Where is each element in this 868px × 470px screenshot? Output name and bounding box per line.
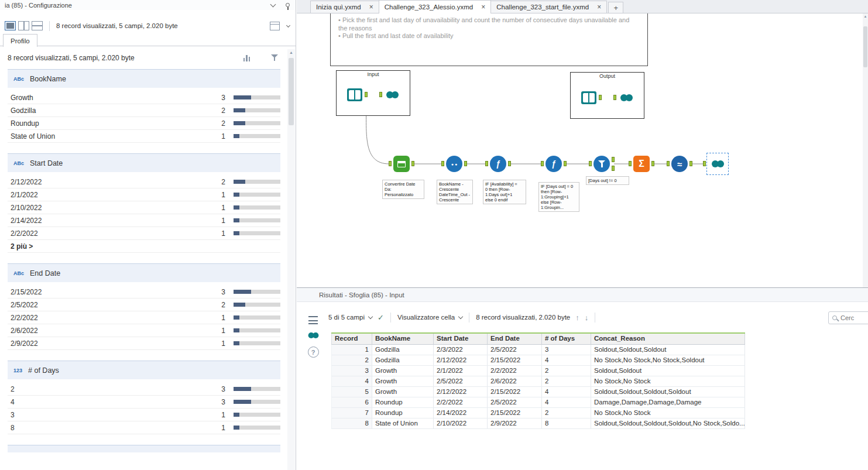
chevron-down-icon[interactable] — [286, 23, 290, 27]
table-row[interactable]: 7Roundup2/14/20222/15/20222No Stock,No S… — [331, 408, 745, 418]
table-cell[interactable]: 2/1/2022 — [434, 366, 488, 376]
search-input[interactable] — [840, 314, 868, 321]
table-cell[interactable]: 2/10/2022 — [434, 418, 488, 428]
table-row[interactable]: 3Growth2/1/20222/2/20222Soldout,Soldout — [331, 366, 745, 376]
table-cell[interactable]: 2/12/2022 — [434, 387, 488, 397]
table-cell[interactable]: 2/15/2022 — [488, 355, 542, 365]
table-cell[interactable]: Godzilla — [372, 355, 434, 365]
filter-tool[interactable] — [593, 155, 610, 173]
profile-value-row[interactable]: 23 — [8, 383, 280, 396]
profile-value-row[interactable]: 2/14/20221 — [8, 214, 280, 227]
column-header[interactable]: Start Date — [434, 334, 488, 344]
workflow-tool-7[interactable] — [671, 155, 688, 173]
profile-value-row[interactable]: 2/9/20221 — [8, 337, 280, 350]
profile-value-row[interactable]: Growth3 — [8, 91, 280, 104]
cell-viewer-dropdown[interactable]: Visualizzatore cella — [397, 314, 462, 321]
table-cell[interactable]: 2/12/2022 — [434, 355, 488, 365]
profile-value-row[interactable]: 2/12/20222 — [8, 176, 280, 188]
table-cell[interactable]: 3 — [542, 345, 591, 355]
table-cell[interactable]: 4 — [542, 387, 591, 397]
table-cell[interactable]: 2/14/2022 — [434, 408, 488, 418]
table-cell[interactable]: Soldout,Soldout,Soldout,Soldout,No Stock… — [591, 418, 745, 428]
column-header[interactable]: End Date — [488, 334, 542, 344]
single-pane-layout-icon[interactable] — [5, 21, 16, 30]
table-cell[interactable]: No Stock,No Stock — [591, 408, 745, 418]
browse-tool-selected[interactable] — [706, 153, 729, 175]
profile-value-row[interactable]: State of Union1 — [8, 130, 280, 143]
table-cell[interactable]: 2/5/2022 — [488, 345, 542, 355]
multirow-formula-tool-2[interactable] — [545, 155, 562, 173]
table-cell[interactable]: Growth — [372, 366, 434, 376]
tool-annotation[interactable]: IF [Days out] = 0 then [Row- 1:Grouping]… — [538, 182, 579, 212]
output-tool-container[interactable]: Output — [570, 72, 644, 119]
profile-value-row[interactable]: 2/2/20221 — [8, 227, 280, 240]
pin-icon[interactable] — [286, 3, 290, 7]
table-cell[interactable]: Roundup — [372, 397, 434, 407]
output-anchor[interactable] — [651, 161, 654, 166]
true-output-anchor[interactable] — [612, 157, 615, 162]
browse-tool[interactable] — [617, 90, 635, 105]
horizontal-split-layout-icon[interactable] — [32, 21, 43, 30]
table-cell[interactable]: Roundup — [372, 408, 434, 418]
false-output-anchor[interactable] — [612, 166, 615, 171]
table-row[interactable]: 5Growth2/12/20222/15/20224Soldout,Soldou… — [331, 387, 745, 397]
input-data-tool[interactable] — [580, 90, 598, 105]
table-cell[interactable]: 1 — [332, 345, 372, 355]
table-cell[interactable]: 4 — [332, 376, 372, 386]
table-cell[interactable]: 8 — [542, 418, 591, 428]
scrollbar-thumb[interactable] — [289, 58, 294, 125]
profile-value-row[interactable]: 81 — [8, 421, 280, 434]
table-cell[interactable]: 2/2/2022 — [434, 397, 488, 407]
table-cell[interactable]: Growth — [372, 376, 434, 386]
help-icon[interactable] — [308, 347, 319, 358]
column-header[interactable]: Concat_Reason — [591, 334, 745, 344]
profile-section-header[interactable]: ABcEnd Date — [8, 263, 280, 282]
document-tab[interactable]: Challenge_323_start_file.yxmd× — [490, 1, 607, 13]
output-anchor[interactable] — [508, 161, 511, 166]
scroll-up-arrow-icon[interactable]: ▲ — [863, 13, 868, 19]
table-cell[interactable]: 2 — [542, 366, 591, 376]
profile-value-row[interactable]: 43 — [8, 396, 280, 409]
output-anchor[interactable] — [464, 161, 467, 166]
output-anchor[interactable] — [365, 92, 368, 97]
canvas-scrollbar[interactable]: ▲ — [863, 13, 868, 287]
profile-value-row[interactable]: 2/15/20223 — [8, 286, 280, 299]
document-tab[interactable]: Challenge_323_Alessio.yxmd× — [379, 0, 492, 13]
table-cell[interactable]: 2/2/2022 — [488, 366, 542, 376]
workflow-canvas[interactable]: • Pick the first and last day of unavail… — [297, 13, 868, 287]
datetime-tool[interactable] — [393, 155, 410, 173]
table-cell[interactable]: 2/6/2022 — [488, 376, 542, 386]
scrollbar-thumb[interactable] — [863, 26, 867, 67]
close-tab-icon[interactable]: × — [369, 4, 373, 11]
table-cell[interactable]: Growth — [372, 387, 434, 397]
search-box[interactable] — [828, 311, 868, 324]
table-cell[interactable]: 8 — [332, 418, 372, 428]
table-cell[interactable]: 5 — [332, 387, 372, 397]
output-anchor[interactable] — [599, 95, 602, 100]
table-cell[interactable]: Godzilla — [372, 345, 434, 355]
apply-check-icon[interactable] — [378, 313, 384, 322]
records-view-icon[interactable] — [308, 316, 318, 324]
input-tool-container[interactable]: Input — [336, 70, 410, 116]
vertical-split-layout-icon[interactable] — [18, 21, 29, 30]
table-cell[interactable]: 2/3/2022 — [434, 345, 488, 355]
tool-annotation[interactable]: [Days out] != 0 — [586, 176, 629, 185]
profile-value-row[interactable]: 2/5/20222 — [8, 299, 280, 311]
profile-value-row[interactable]: 2/2/20221 — [8, 311, 280, 324]
profile-value-row[interactable]: 2/10/20221 — [8, 201, 280, 214]
tool-annotation[interactable]: Convertire Date Da: Personalizzato — [382, 180, 424, 199]
multirow-formula-tool-1[interactable] — [489, 155, 507, 173]
input-data-tool[interactable] — [346, 87, 363, 102]
comment-box[interactable]: • Pick the first and last day of unavail… — [330, 13, 648, 66]
table-cell[interactable]: 2/5/2022 — [434, 376, 488, 386]
table-cell[interactable]: Soldout,Soldout,Soldout — [591, 345, 745, 355]
filter-funnel-icon[interactable] — [271, 54, 279, 62]
close-tab-icon[interactable]: × — [481, 4, 485, 11]
input-anchor[interactable] — [379, 92, 382, 97]
input-anchor[interactable] — [629, 161, 632, 166]
table-cell[interactable]: 2/15/2022 — [488, 387, 542, 397]
sort-tool[interactable] — [445, 155, 463, 173]
profile-value-row[interactable]: 2/6/20221 — [8, 324, 280, 337]
column-header[interactable]: Record — [332, 334, 372, 344]
column-header[interactable]: # of Days — [542, 334, 591, 344]
